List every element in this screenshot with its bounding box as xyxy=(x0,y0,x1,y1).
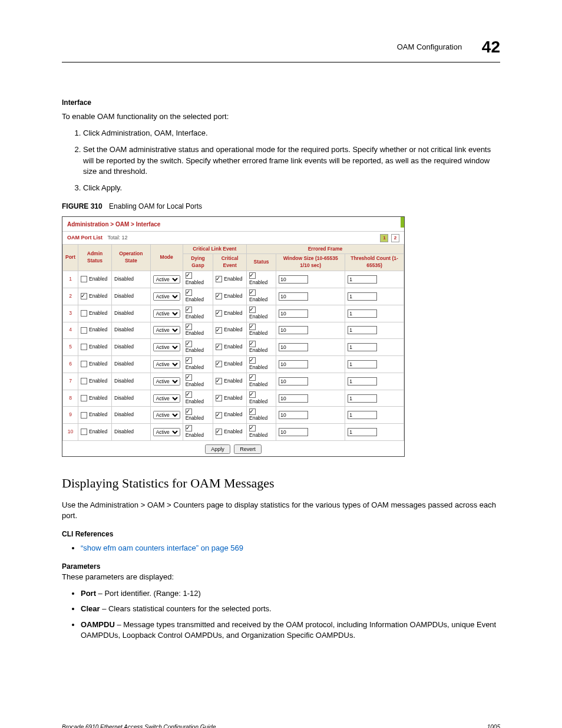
dying-gasp-checkbox[interactable] xyxy=(186,307,192,313)
param-oampdu-desc: – Message types transmitted and received… xyxy=(81,620,496,640)
threshold-cell xyxy=(345,390,404,407)
dying-gasp-checkbox[interactable] xyxy=(186,409,192,415)
threshold-input[interactable] xyxy=(348,428,377,436)
critical-event-checkbox[interactable] xyxy=(216,293,222,299)
ef-status-checkbox[interactable] xyxy=(249,391,256,398)
admin-checkbox[interactable] xyxy=(81,293,87,299)
threshold-cell xyxy=(345,356,404,373)
dying-gasp-checkbox[interactable] xyxy=(186,357,192,364)
apply-button[interactable]: Apply xyxy=(205,444,230,454)
mode-cell: Active xyxy=(150,305,183,322)
window-size-input[interactable] xyxy=(279,428,308,436)
window-size-input[interactable] xyxy=(279,309,308,318)
admin-checkbox[interactable] xyxy=(81,276,87,282)
admin-status-cell: Enabled xyxy=(78,356,112,373)
mode-select[interactable]: Active xyxy=(153,292,180,301)
window-size-cell xyxy=(276,305,345,322)
admin-checkbox[interactable] xyxy=(81,412,87,419)
port-cell: 6 xyxy=(63,356,78,373)
dying-gasp-checkbox[interactable] xyxy=(186,391,192,398)
admin-checkbox[interactable] xyxy=(81,429,87,435)
threshold-input[interactable] xyxy=(348,360,377,368)
ef-status-checkbox[interactable] xyxy=(249,425,256,431)
mode-select[interactable]: Active xyxy=(153,343,180,351)
window-size-input[interactable] xyxy=(279,326,308,334)
ef-status-checkbox[interactable] xyxy=(249,324,256,330)
critical-event-checkbox[interactable] xyxy=(216,344,222,350)
critical-event-checkbox[interactable] xyxy=(216,361,222,367)
critical-event-checkbox[interactable] xyxy=(216,327,222,334)
window-size-input[interactable] xyxy=(279,394,308,403)
page-2-button[interactable]: 2 xyxy=(391,234,399,242)
grp-ef: Errored Frame xyxy=(246,244,404,254)
admin-checkbox[interactable] xyxy=(81,395,87,401)
col-op: Operation State xyxy=(112,244,151,271)
threshold-input[interactable] xyxy=(348,377,377,386)
ef-status-checkbox[interactable] xyxy=(249,289,256,296)
admin-checkbox[interactable] xyxy=(81,310,87,317)
parameters-heading: Parameters xyxy=(62,562,500,572)
interface-steps: Click Administration, OAM, Interface. Se… xyxy=(62,128,500,193)
critical-event-cell: Enabled xyxy=(213,271,247,288)
ef-status-checkbox[interactable] xyxy=(249,357,256,364)
ef-status-cell: Enabled xyxy=(246,288,276,305)
op-state-cell: Disabled xyxy=(112,322,151,339)
col-mode: Mode xyxy=(150,244,183,271)
threshold-input[interactable] xyxy=(348,343,377,351)
dying-gasp-checkbox[interactable] xyxy=(186,324,192,330)
admin-status-cell: Enabled xyxy=(78,390,112,407)
critical-event-checkbox[interactable] xyxy=(216,378,222,384)
mode-select[interactable]: Active xyxy=(153,326,180,334)
threshold-input[interactable] xyxy=(348,411,377,419)
ef-status-checkbox[interactable] xyxy=(249,409,256,415)
ef-status-checkbox[interactable] xyxy=(249,272,256,279)
threshold-input[interactable] xyxy=(348,309,377,318)
mode-select[interactable]: Active xyxy=(153,377,180,386)
dying-gasp-checkbox[interactable] xyxy=(186,425,192,431)
window-size-input[interactable] xyxy=(279,377,308,386)
threshold-input[interactable] xyxy=(348,292,377,301)
threshold-input[interactable] xyxy=(348,326,377,334)
window-size-input[interactable] xyxy=(279,411,308,419)
figure-310-caption: FIGURE 310 Enabling OAM for Local Ports xyxy=(62,202,500,212)
critical-event-checkbox[interactable] xyxy=(216,395,222,401)
dying-gasp-checkbox[interactable] xyxy=(186,289,192,296)
admin-status-cell: Enabled xyxy=(78,305,112,322)
ef-status-checkbox[interactable] xyxy=(249,374,256,381)
dying-gasp-checkbox[interactable] xyxy=(186,272,192,279)
threshold-input[interactable] xyxy=(348,394,377,403)
dying-gasp-checkbox[interactable] xyxy=(186,341,192,347)
dying-gasp-cell: Enabled xyxy=(183,373,213,390)
threshold-cell xyxy=(345,424,404,441)
ef-status-cell: Enabled xyxy=(246,271,276,288)
window-size-input[interactable] xyxy=(279,343,308,351)
window-size-input[interactable] xyxy=(279,275,308,284)
critical-event-cell: Enabled xyxy=(213,322,247,339)
critical-event-checkbox[interactable] xyxy=(216,276,222,282)
critical-event-checkbox[interactable] xyxy=(216,412,222,419)
cli-link[interactable]: “show efm oam counters interface” on pag… xyxy=(81,543,243,552)
admin-checkbox[interactable] xyxy=(81,378,87,384)
admin-checkbox[interactable] xyxy=(81,327,87,334)
threshold-input[interactable] xyxy=(348,275,377,284)
revert-button[interactable]: Revert xyxy=(234,444,262,454)
mode-select[interactable]: Active xyxy=(153,360,180,368)
footer-doc-title: Brocade 6910 Ethernet Access Switch Conf… xyxy=(62,723,216,728)
critical-event-checkbox[interactable] xyxy=(216,429,222,435)
mode-select[interactable]: Active xyxy=(153,411,180,419)
critical-event-checkbox[interactable] xyxy=(216,310,222,317)
window-size-input[interactable] xyxy=(279,292,308,301)
dying-gasp-checkbox[interactable] xyxy=(186,374,192,381)
window-size-input[interactable] xyxy=(279,360,308,368)
mode-select[interactable]: Active xyxy=(153,394,180,403)
admin-checkbox[interactable] xyxy=(81,344,87,350)
mode-select[interactable]: Active xyxy=(153,309,180,318)
admin-checkbox[interactable] xyxy=(81,361,87,367)
page-1-button[interactable]: 1 xyxy=(380,234,388,242)
mode-select[interactable]: Active xyxy=(153,275,180,284)
ef-status-checkbox[interactable] xyxy=(249,307,256,313)
col-status: Status xyxy=(246,254,276,271)
mode-select[interactable]: Active xyxy=(153,428,180,436)
dying-gasp-cell: Enabled xyxy=(183,390,213,407)
ef-status-checkbox[interactable] xyxy=(249,341,256,347)
